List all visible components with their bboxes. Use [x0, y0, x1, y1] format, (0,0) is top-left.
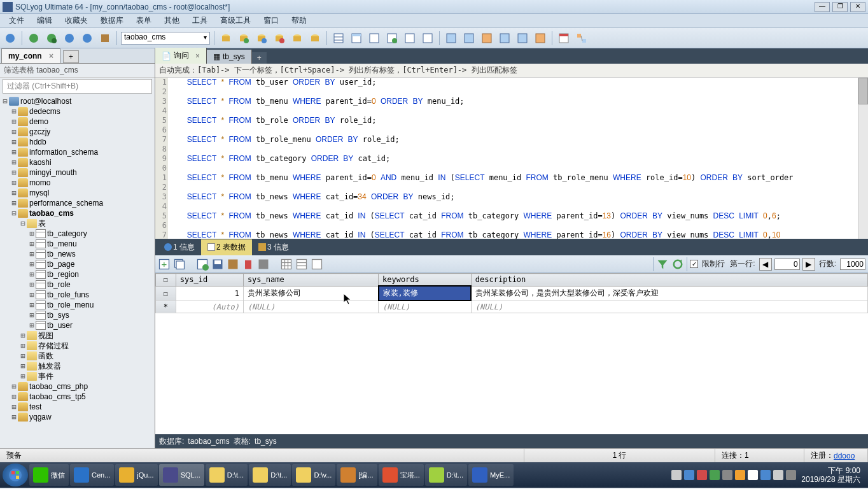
misc-icon-6[interactable]: [533, 31, 548, 46]
tree-node[interactable]: ⊞事件: [1, 371, 153, 381]
tool-icon-2[interactable]: [236, 31, 251, 46]
menu-other[interactable]: 其他: [158, 14, 186, 27]
tree-toggle-icon[interactable]: ⊞: [10, 178, 18, 187]
taskbar-item[interactable]: SQL...: [159, 464, 204, 486]
connection-tab[interactable]: my_conn ×: [1, 48, 60, 63]
tree-toggle-icon[interactable]: ⊞: [10, 413, 18, 422]
close-button[interactable]: ✕: [850, 2, 865, 12]
taskbar-item[interactable]: Cen...: [70, 464, 114, 486]
misc-icon-2[interactable]: [461, 31, 477, 46]
tree-toggle-icon[interactable]: ⊞: [28, 229, 36, 238]
menu-db[interactable]: 数据库: [94, 14, 130, 27]
tree-node[interactable]: ⊞tb_region: [1, 269, 153, 280]
tree-node[interactable]: ⊞tb_role_funs: [1, 290, 153, 300]
grid-icon-2[interactable]: [349, 31, 364, 46]
tree-toggle-icon[interactable]: ⊞: [10, 148, 18, 157]
status-user-link[interactable]: ddooo: [834, 451, 855, 460]
tree-toggle-icon[interactable]: ⊞: [28, 250, 36, 259]
tree-node[interactable]: ⊞yqgaw: [1, 412, 153, 422]
taskbar-item[interactable]: MyE...: [468, 464, 514, 486]
misc-icon-1[interactable]: [444, 31, 459, 46]
tree-node[interactable]: ⊞momo: [1, 178, 153, 188]
tray-icon[interactable]: [748, 470, 758, 480]
taskbar-item[interactable]: D:\t...: [425, 464, 467, 486]
tree-toggle-icon[interactable]: ⊞: [28, 311, 36, 320]
tree-node[interactable]: ⊞hddb: [1, 137, 153, 147]
tab-close-icon[interactable]: ×: [195, 52, 200, 60]
tray-clock[interactable]: 下午 9:00 2019/9/28 星期六: [801, 466, 860, 484]
tree-toggle-icon[interactable]: ⊞: [10, 127, 18, 136]
tree-toggle-icon[interactable]: ⊞: [28, 270, 36, 279]
misc-icon-5[interactable]: [515, 31, 530, 46]
tree-node[interactable]: ⊞tb_role_menu: [1, 300, 153, 310]
row-count-input[interactable]: [840, 259, 865, 270]
tool-icon-6[interactable]: [307, 31, 323, 46]
tree-toggle-icon[interactable]: ⊟: [1, 97, 9, 106]
tree-node[interactable]: ⊞tb_role: [1, 280, 153, 290]
editor-tab-query[interactable]: 📄 询问 ×: [155, 48, 207, 64]
tool-icon-4[interactable]: [272, 31, 287, 46]
grid-cancel-icon[interactable]: [227, 258, 239, 271]
tree-node[interactable]: ⊞tb_menu: [1, 239, 153, 249]
result-tab-data[interactable]: 2 表数据: [201, 239, 252, 255]
exec-all-icon[interactable]: [44, 31, 59, 46]
tree-node[interactable]: ⊟root@localhost: [1, 96, 153, 106]
tree-node[interactable]: ⊞tb_page: [1, 259, 153, 269]
column-header[interactable]: keywords: [379, 274, 472, 287]
tree-toggle-icon[interactable]: ⊞: [28, 260, 36, 269]
cell[interactable]: (NULL): [379, 301, 472, 313]
menu-edit[interactable]: 编辑: [31, 14, 59, 27]
taskbar-item[interactable]: jQu...: [115, 464, 157, 486]
menu-help[interactable]: 帮助: [285, 14, 313, 27]
tray-icons[interactable]: [671, 470, 796, 480]
editor-tab-table[interactable]: ▦ tb_sys: [207, 50, 252, 64]
tree-node[interactable]: ⊞taobao_cms_php: [1, 381, 153, 392]
tree-toggle-icon[interactable]: ⊞: [19, 341, 27, 350]
tree-toggle-icon[interactable]: ⊞: [19, 372, 27, 381]
misc-icon-3[interactable]: [479, 31, 494, 46]
grid-clear-icon[interactable]: [257, 258, 270, 271]
grid-icon-1[interactable]: [331, 31, 346, 46]
taskbar-item[interactable]: 宝塔...: [379, 464, 424, 486]
tray-icon[interactable]: [671, 470, 682, 480]
prev-page-icon[interactable]: ◀: [759, 258, 772, 271]
tree-toggle-icon[interactable]: ⊞: [10, 392, 18, 401]
taskbar-item[interactable]: 微信: [29, 464, 69, 486]
tree-toggle-icon[interactable]: ⊞: [28, 290, 36, 299]
tree-toggle-icon[interactable]: ⊞: [10, 107, 18, 116]
refresh-grid-icon[interactable]: [671, 258, 684, 271]
cell[interactable]: 1: [176, 286, 243, 301]
tree-toggle-icon[interactable]: ⊞: [19, 331, 27, 340]
taskbar-item[interactable]: D:\v...: [292, 464, 335, 486]
tree-toggle-icon[interactable]: ⊞: [10, 117, 18, 126]
format-icon[interactable]: [97, 31, 113, 46]
tree-node[interactable]: ⊞tb_sys: [1, 310, 153, 320]
tray-icon[interactable]: [684, 470, 694, 480]
tree-toggle-icon[interactable]: ⊞: [10, 188, 18, 197]
grid-icon-4[interactable]: [384, 31, 400, 46]
tree-toggle-icon[interactable]: ⊞: [10, 168, 18, 177]
maximize-button[interactable]: ❐: [832, 2, 848, 12]
tray-icon[interactable]: [786, 470, 796, 480]
refresh-icon[interactable]: [62, 31, 77, 46]
tree-toggle-icon[interactable]: ⊞: [10, 382, 18, 391]
tree-toggle-icon[interactable]: ⊞: [28, 321, 36, 330]
tree-node[interactable]: ⊞taobao_cms_tp5: [1, 392, 153, 402]
cell[interactable]: (NULL): [471, 301, 867, 313]
tree-node[interactable]: ⊞performance_schema: [1, 198, 153, 208]
sql-editor[interactable]: SELECT * FROM tb_user ORDER BY user_id; …: [168, 78, 868, 239]
first-row-input[interactable]: [774, 259, 800, 270]
tool-icon-5[interactable]: [290, 31, 305, 46]
menu-adv[interactable]: 高级工具: [214, 14, 257, 27]
cell[interactable]: 贵州某装修公司: [243, 286, 378, 301]
cell-selected[interactable]: 家装,装修: [379, 286, 472, 301]
checkbox-header[interactable]: ☐: [156, 274, 176, 287]
limit-rows-checkbox[interactable]: ✓: [690, 260, 698, 268]
tree-node[interactable]: ⊞tb_category: [1, 229, 153, 239]
result-tab-info2[interactable]: 3 信息: [252, 239, 295, 255]
tray-icon[interactable]: [735, 470, 745, 480]
add-connection-button[interactable]: +: [63, 50, 79, 63]
grid-dup-icon[interactable]: [173, 258, 186, 271]
tree-toggle-icon[interactable]: ⊟: [10, 209, 18, 218]
tree-node[interactable]: ⊞information_schema: [1, 147, 153, 157]
